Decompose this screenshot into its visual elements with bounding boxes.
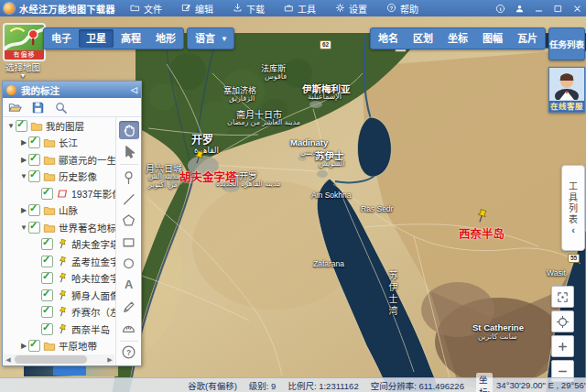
tree-row[interactable]: ▶✓郦道元的一生	[3, 151, 115, 169]
minimize-icon[interactable]	[533, 3, 544, 14]
pan-hand-icon[interactable]	[119, 121, 139, 139]
scroll-right-icon[interactable]: ▶	[105, 356, 114, 364]
tool-list-tab[interactable]: 工具列表‹	[561, 165, 585, 251]
save-icon[interactable]	[31, 101, 45, 114]
expander-icon[interactable]: ▶	[19, 342, 28, 350]
close-icon[interactable]	[571, 3, 582, 14]
tree-row[interactable]: ▼✓世界著名地标	[3, 219, 115, 236]
checkbox[interactable]: ✓	[41, 289, 53, 301]
map-type-电子[interactable]: 电子	[44, 29, 79, 48]
task-list-button[interactable]: 任务列表	[548, 27, 585, 60]
select-cursor-icon[interactable]	[119, 142, 139, 160]
expander-icon[interactable]: ▶	[19, 156, 28, 164]
status-item: 比例尺: 1:2311162	[288, 379, 358, 392]
checkbox[interactable]: ✓	[16, 120, 27, 132]
overlay-toggle-坐标[interactable]: 坐标	[440, 29, 475, 48]
menu-编辑[interactable]: 编辑	[181, 2, 213, 16]
checkbox[interactable]: ✓	[28, 136, 40, 148]
checkbox[interactable]: ✓	[41, 238, 53, 250]
tool-tab-char: 表	[569, 214, 578, 224]
menu-工具[interactable]: 工具	[284, 2, 316, 16]
map-type-地形[interactable]: 地形	[148, 29, 183, 48]
select-map-button[interactable]: 选择地图 ▼	[1, 60, 45, 78]
tree-row[interactable]: ✓胡夫金字塔	[3, 236, 115, 254]
ellipse-tool-icon[interactable]	[119, 254, 139, 272]
user-icon[interactable]	[514, 3, 525, 14]
expander-icon[interactable]: ▶	[19, 206, 28, 214]
tree-row[interactable]: ▼✓历史影像	[3, 169, 115, 186]
svg-text:A: A	[125, 278, 133, 292]
checkbox[interactable]: ✓	[41, 188, 53, 200]
online-support-button[interactable]: 在线客服	[548, 67, 585, 113]
line-tool-icon[interactable]	[119, 190, 139, 208]
check-mark: ✓	[29, 152, 38, 164]
tree-row[interactable]: ✓乔赛尔（左赛尔	[3, 304, 115, 321]
menu-下载[interactable]: 下载	[233, 2, 265, 16]
tree-row[interactable]: ✓1937年影像	[3, 185, 115, 202]
info-icon[interactable]: i	[494, 3, 505, 14]
check-mark: ✓	[29, 220, 38, 232]
overlay-toggle-地名[interactable]: 地名	[371, 29, 406, 48]
overlay-toggle-瓦片[interactable]: 瓦片	[510, 29, 545, 48]
locate-icon[interactable]	[551, 310, 574, 332]
app-window: 开罗القاهرةMadinatyمدينتي新开罗مدينة القاهرة …	[0, 0, 586, 392]
measure-tool-icon[interactable]	[119, 319, 139, 337]
tree-row[interactable]: ▼✓我的图层	[3, 117, 115, 135]
map-type-group: 电子卫星高程地形	[43, 27, 184, 49]
tree-row[interactable]: ✓孟考拉金字塔	[3, 253, 115, 270]
checkbox[interactable]: ✓	[28, 170, 40, 182]
menu-设置[interactable]: 设置	[335, 2, 367, 16]
collapse-panel-icon[interactable]: ◁	[131, 85, 137, 94]
map-source-logo[interactable]: 有偏移	[3, 23, 46, 61]
checkbox[interactable]: ✓	[41, 306, 53, 318]
language-dropdown[interactable]: 语言 ▼	[187, 27, 234, 49]
help-icon[interactable]: ?	[119, 343, 139, 362]
polygon-tool-icon[interactable]	[119, 211, 139, 229]
map-type-高程[interactable]: 高程	[114, 29, 148, 48]
checkbox[interactable]: ✓	[28, 222, 40, 234]
scrollbar-track[interactable]	[13, 355, 105, 364]
checkbox[interactable]: ✓	[28, 340, 40, 352]
tree-row[interactable]: ▶✓平原地带	[3, 338, 115, 354]
overlay-toggle-图幅[interactable]: 图幅	[475, 29, 510, 48]
maximize-icon[interactable]	[552, 3, 563, 14]
check-mark: ✓	[29, 202, 38, 214]
search-icon[interactable]	[54, 101, 68, 114]
folder-icon	[43, 222, 56, 234]
menu-帮助[interactable]: ?帮助	[386, 2, 418, 16]
window-title: 水经注万能地图下载器	[19, 2, 115, 16]
fit-extent-icon[interactable]	[551, 286, 574, 308]
checkbox[interactable]: ✓	[41, 272, 53, 284]
menu-文件[interactable]: 文件	[130, 2, 162, 16]
expander-icon[interactable]: ▼	[19, 223, 28, 232]
expander-icon[interactable]: ▶	[19, 138, 28, 147]
status-bar: 谷歌(有偏移)级别: 9比例尺: 1:2311162空间分辨率: 611.496…	[0, 377, 586, 392]
checkbox[interactable]: ✓	[41, 256, 53, 267]
tree-row[interactable]: ▶✓山脉	[3, 202, 115, 220]
scrollbar-thumb[interactable]	[15, 355, 87, 364]
expander-icon[interactable]: ▼	[6, 122, 16, 130]
tree-row[interactable]: ▶✓长江	[3, 135, 115, 152]
tree-row[interactable]: ✓西奈半岛	[3, 321, 115, 338]
tree-row[interactable]: ✓哈夫拉金字塔	[3, 270, 115, 288]
menu-label: 帮助	[400, 2, 418, 16]
horizontal-scrollbar[interactable]: ◀ ▶	[4, 354, 114, 365]
scroll-left-icon[interactable]: ◀	[4, 356, 13, 364]
zoom-in-icon[interactable]	[551, 335, 574, 357]
checkbox[interactable]: ✓	[28, 154, 40, 166]
expander-icon[interactable]: ▼	[19, 172, 28, 180]
map-type-卫星[interactable]: 卫星	[79, 29, 114, 48]
open-folder-icon[interactable]	[8, 101, 22, 114]
rectangle-tool-icon[interactable]	[119, 233, 139, 251]
point-marker-icon[interactable]	[119, 168, 139, 186]
overlay-toggle-区划[interactable]: 区划	[406, 29, 440, 48]
text-tool-icon[interactable]: A	[119, 276, 139, 294]
layers-tree: ▼✓我的图层▶✓长江▶✓郦道元的一生▼✓历史影像✓1937年影像▶✓山脉▼✓世界…	[3, 117, 115, 354]
menu-label: 文件	[144, 2, 162, 16]
pencil-tool-icon[interactable]	[119, 297, 139, 315]
checkbox[interactable]: ✓	[41, 323, 53, 335]
checkbox[interactable]: ✓	[28, 204, 40, 216]
pin-icon	[56, 306, 69, 318]
check-mark: ✓	[42, 236, 50, 248]
tree-row[interactable]: ✓狮身人面像	[3, 287, 115, 304]
